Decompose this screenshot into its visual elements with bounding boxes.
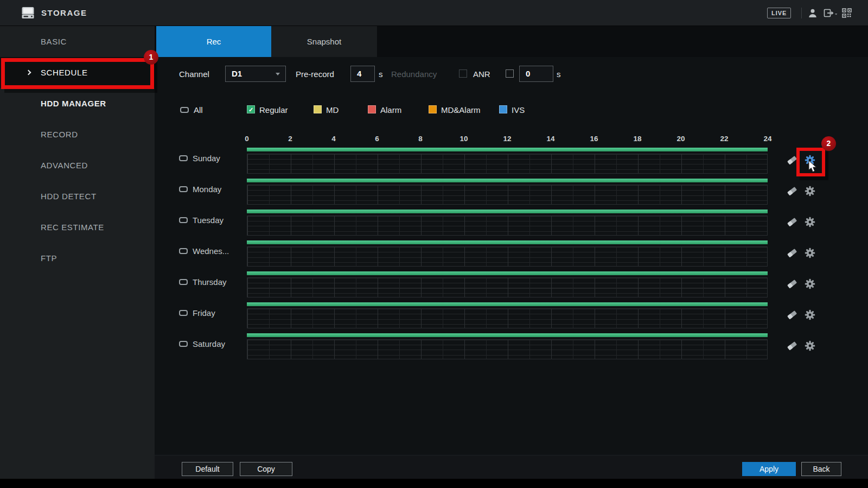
gear-icon[interactable] xyxy=(805,217,815,227)
eraser-icon[interactable] xyxy=(787,186,797,197)
pre-record-label: Pre-record xyxy=(296,68,334,80)
thursday-checkbox[interactable] xyxy=(179,279,188,285)
hour-tick: 14 xyxy=(546,135,554,143)
friday-checkbox[interactable] xyxy=(179,310,188,316)
saturday-checkbox[interactable] xyxy=(179,341,188,347)
tab-snapshot[interactable]: Snapshot xyxy=(271,26,377,57)
default-button[interactable]: Default xyxy=(182,462,233,476)
alarm-checkbox[interactable] xyxy=(368,105,376,113)
ivs-checkbox[interactable] xyxy=(499,105,507,113)
hour-tick: 10 xyxy=(459,135,468,143)
channel-select[interactable]: D1 xyxy=(225,66,286,82)
md-checkbox[interactable] xyxy=(314,105,322,113)
hour-tick: 20 xyxy=(676,135,685,143)
eraser-icon[interactable] xyxy=(787,340,797,351)
wednesday-timeline[interactable] xyxy=(247,240,768,267)
hour-tick: 16 xyxy=(590,135,598,143)
hour-tick: 18 xyxy=(633,135,641,143)
md-alarm-label: MD&Alarm xyxy=(441,104,481,116)
gear-icon[interactable] xyxy=(805,248,815,258)
gear-icon[interactable] xyxy=(805,309,815,320)
eraser-icon[interactable] xyxy=(787,248,797,258)
anr-time-input[interactable]: 0 xyxy=(519,66,553,82)
sidebar-item-record[interactable]: RECORD xyxy=(0,119,155,150)
hour-tick: 2 xyxy=(288,135,292,143)
thursday-timeline[interactable] xyxy=(247,271,768,297)
apply-button[interactable]: Apply xyxy=(742,462,796,476)
storage-schedule-screen: STORAGE LIVE B xyxy=(0,0,868,488)
storage-disk-icon xyxy=(21,6,35,20)
md-alarm-checkbox[interactable] xyxy=(429,105,437,113)
gear-icon[interactable] xyxy=(805,155,815,166)
wednesday-checkbox[interactable] xyxy=(179,248,188,254)
tuesday-timeline[interactable] xyxy=(247,210,768,236)
copy-button[interactable]: Copy xyxy=(240,462,292,476)
hour-tick: 0 xyxy=(245,135,249,143)
schedule-row-monday: Monday xyxy=(0,178,868,208)
regular-checkbox[interactable]: ✓ xyxy=(247,105,255,113)
gear-icon[interactable] xyxy=(805,340,815,351)
schedule-row-wednesday: Wednes... xyxy=(0,239,868,270)
chevron-down-icon xyxy=(276,73,280,75)
topbar-divider xyxy=(801,8,802,18)
monday-checkbox[interactable] xyxy=(179,186,188,192)
saturday-timeline[interactable] xyxy=(247,333,768,359)
regular-label: Regular xyxy=(259,104,288,116)
chevron-right-icon xyxy=(26,70,31,75)
all-checkbox[interactable] xyxy=(180,107,189,113)
sidebar-item-schedule[interactable]: SCHEDULE xyxy=(0,57,155,88)
friday-timeline[interactable] xyxy=(247,302,768,328)
hour-tick: 4 xyxy=(331,135,336,143)
hour-tick: 22 xyxy=(720,135,728,143)
sunday-checkbox[interactable] xyxy=(179,155,188,161)
pre-record-unit: s xyxy=(379,68,383,80)
hour-tick: 6 xyxy=(375,135,379,143)
redundancy-label: Redundancy xyxy=(391,68,437,80)
monday-timeline[interactable] xyxy=(247,179,768,205)
hour-tick: 8 xyxy=(418,135,423,143)
sidebar-item-hdd-manager[interactable]: HDD MANAGER xyxy=(0,88,155,119)
live-button[interactable]: LIVE xyxy=(767,8,791,18)
eraser-icon[interactable] xyxy=(787,309,797,320)
eraser-icon[interactable] xyxy=(787,155,797,166)
logout-icon[interactable] xyxy=(824,8,838,18)
gear-icon[interactable] xyxy=(805,186,815,197)
hour-tick: 24 xyxy=(763,135,771,143)
anr-time-unit: s xyxy=(557,68,561,80)
anr-checkbox[interactable] xyxy=(459,69,467,78)
tuesday-checkbox[interactable] xyxy=(179,217,188,223)
md-label: MD xyxy=(326,104,339,116)
anr-time-checkbox[interactable] xyxy=(506,69,514,78)
user-icon[interactable] xyxy=(807,8,818,18)
back-button[interactable]: Back xyxy=(801,462,841,476)
schedule-row-saturday: Saturday xyxy=(0,332,868,363)
hour-tick: 12 xyxy=(503,135,511,143)
alarm-label: Alarm xyxy=(380,104,401,116)
eraser-icon[interactable] xyxy=(787,278,797,289)
all-label: All xyxy=(194,104,203,116)
eraser-icon[interactable] xyxy=(787,217,797,227)
anr-label: ANR xyxy=(473,68,490,80)
channel-label: Channel xyxy=(179,68,209,80)
gear-icon[interactable] xyxy=(805,278,815,289)
schedule-row-friday: Friday xyxy=(0,301,868,332)
top-bar: STORAGE LIVE xyxy=(0,0,868,26)
letterbox-strip xyxy=(0,479,868,488)
schedule-row-sunday: Sunday xyxy=(0,147,868,178)
qr-code-icon[interactable] xyxy=(842,8,852,18)
schedule-row-tuesday: Tuesday xyxy=(0,208,868,239)
pre-record-input[interactable]: 4 xyxy=(350,66,375,82)
schedule-row-thursday: Thursday xyxy=(0,270,868,301)
sidebar-item-basic[interactable]: BASIC xyxy=(0,26,155,57)
ivs-label: IVS xyxy=(512,104,525,116)
page-title: STORAGE xyxy=(41,0,87,26)
tab-rec[interactable]: Rec xyxy=(156,26,271,57)
sunday-timeline[interactable] xyxy=(247,148,768,174)
